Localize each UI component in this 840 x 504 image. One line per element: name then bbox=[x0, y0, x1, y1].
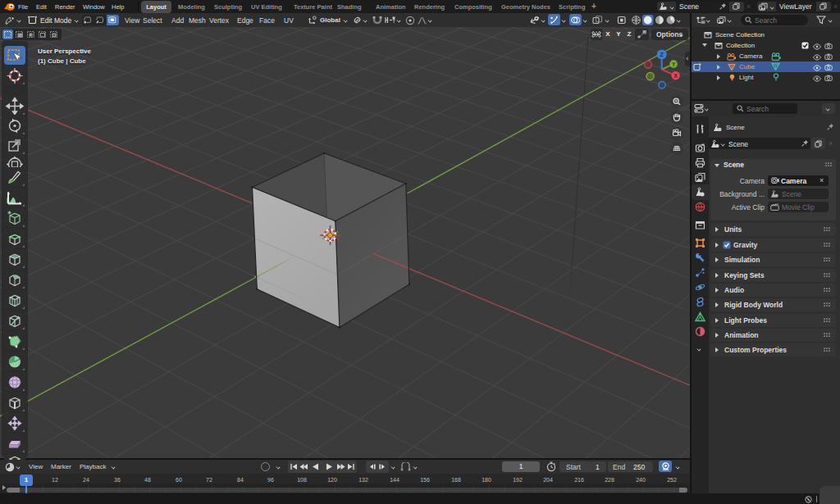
svg-text:Y: Y bbox=[672, 61, 676, 67]
svg-text:X: X bbox=[673, 73, 678, 79]
svg-text:Z: Z bbox=[660, 52, 664, 57]
